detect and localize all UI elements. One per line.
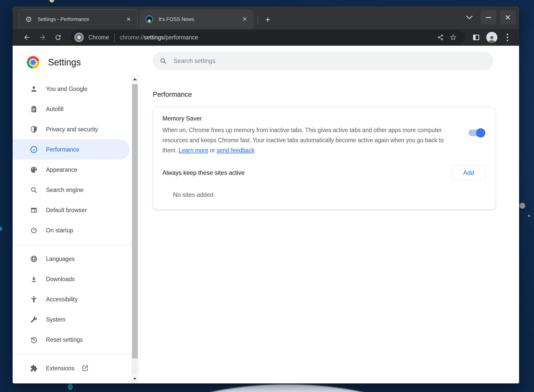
new-tab-button[interactable]: + <box>262 14 273 25</box>
sidebar-item-on-startup[interactable]: On startup <box>13 220 130 240</box>
sidebar-item-reset-settings[interactable]: Reset settings <box>13 330 130 350</box>
tab-title: Settings - Performance <box>38 16 124 22</box>
memory-saver-toggle[interactable] <box>469 130 485 136</box>
sidebar-item-accessibility[interactable]: Accessibility <box>13 289 130 309</box>
external-link-icon <box>81 364 89 372</box>
chrome-site-icon <box>74 33 84 42</box>
keep-sites-active-label: Always keep these sites active <box>162 169 245 176</box>
address-bar[interactable]: Chrome chrome://settings/performance <box>70 30 465 44</box>
site-name: Chrome <box>88 34 109 41</box>
settings-title: Settings <box>48 57 81 68</box>
no-sites-added-text: No sites added <box>173 191 485 200</box>
tab-settings-performance[interactable]: ⚙ Settings - Performance ✕ <box>19 9 138 29</box>
search-icon <box>159 57 167 65</box>
clipboard-icon <box>30 105 38 113</box>
toggle-knob <box>476 128 485 137</box>
sidebar-item-default-browser[interactable]: Default browser <box>13 200 130 220</box>
gear-favicon-icon: ⚙ <box>25 16 32 23</box>
power-icon <box>30 226 38 234</box>
settings-main: Performance Memory Saver When on, Chrome… <box>138 46 519 383</box>
chrome-logo-icon <box>27 56 39 69</box>
download-icon <box>30 275 38 283</box>
send-feedback-link[interactable]: send feedback <box>217 147 255 154</box>
accessibility-person-icon <box>30 295 38 303</box>
foss-favicon-icon <box>145 15 153 23</box>
sidebar-divider <box>13 354 131 354</box>
wallpaper-dot <box>50 0 54 3</box>
reload-button[interactable] <box>51 31 65 44</box>
sidebar-divider <box>13 244 131 245</box>
history-restore-icon <box>30 336 38 344</box>
learn-more-link[interactable]: Learn more <box>179 147 208 154</box>
side-panel-icon[interactable] <box>469 31 483 44</box>
tab-strip: ⚙ Settings - Performance ✕ It's FOSS New… <box>13 6 519 29</box>
tab-divider <box>258 15 258 23</box>
wallpaper-dot <box>68 383 73 390</box>
sidebar-item-system[interactable]: System <box>13 309 130 330</box>
sidebar-item-extensions[interactable]: Extensions <box>13 358 130 378</box>
tab-its-foss-news[interactable]: It's FOSS News ✕ <box>139 9 254 29</box>
url-text: chrome://settings/performance <box>120 34 198 41</box>
profile-avatar[interactable] <box>485 31 499 44</box>
scrollbar-down-button[interactable] <box>131 374 138 383</box>
sidebar-item-languages[interactable]: Languages <box>13 249 130 269</box>
browser-window: ⚙ Settings - Performance ✕ It's FOSS New… <box>13 6 519 383</box>
sidebar-item-appearance[interactable]: Appearance <box>13 160 130 180</box>
wrench-icon <box>30 315 38 324</box>
settings-sidebar: Settings You and Google Autofill Privacy… <box>13 46 131 383</box>
toolbar: Chrome chrome://settings/performance <box>13 29 519 46</box>
speedometer-icon <box>30 145 38 154</box>
window-close-button[interactable]: ✕ <box>500 10 516 24</box>
settings-search[interactable] <box>153 52 493 70</box>
sidebar-scrollbar[interactable] <box>131 46 138 383</box>
bookmark-star-icon[interactable] <box>447 31 459 44</box>
page-title: Performance <box>153 91 508 99</box>
browser-window-icon <box>30 206 38 214</box>
memory-saver-description: When on, Chrome frees up memory from ina… <box>162 125 458 155</box>
puzzle-icon <box>30 364 38 372</box>
omnibox-separator <box>114 33 115 42</box>
tab-close-icon[interactable]: ✕ <box>240 15 249 23</box>
performance-card: Memory Saver When on, Chrome frees up me… <box>153 107 496 210</box>
scrollbar-up-button[interactable] <box>131 75 138 84</box>
scrollbar-thumb[interactable] <box>132 84 138 358</box>
shield-icon <box>30 125 38 133</box>
wallpaper-dot <box>528 215 530 217</box>
share-icon[interactable] <box>434 31 447 44</box>
wallpaper-glow <box>140 384 433 392</box>
wallpaper-dot <box>519 203 525 209</box>
add-site-button[interactable]: Add <box>452 165 485 180</box>
minimize-button[interactable] <box>481 10 496 24</box>
search-settings-input[interactable] <box>174 57 325 64</box>
sidebar-item-privacy-and-security[interactable]: Privacy and security <box>13 119 130 139</box>
magnifier-icon <box>30 186 38 194</box>
sidebar-item-performance[interactable]: Performance <box>13 139 130 160</box>
tab-search-chevron-icon[interactable] <box>462 10 477 24</box>
memory-saver-title: Memory Saver <box>162 115 485 122</box>
back-button[interactable] <box>20 31 34 44</box>
wallpaper-dot <box>0 227 2 231</box>
settings-brand: Settings <box>13 46 131 79</box>
sidebar-item-autofill[interactable]: Autofill <box>13 99 130 119</box>
person-icon <box>30 85 38 93</box>
tab-title: It's FOSS News <box>159 16 240 22</box>
sidebar-item-search-engine[interactable]: Search engine <box>13 180 130 200</box>
sidebar-item-downloads[interactable]: Downloads <box>13 269 130 289</box>
globe-icon <box>30 255 38 263</box>
sidebar-item-you-and-google[interactable]: You and Google <box>13 79 130 99</box>
forward-button[interactable] <box>35 31 50 44</box>
tab-close-icon[interactable]: ✕ <box>124 15 133 24</box>
menu-kebab-icon[interactable] <box>500 31 515 44</box>
palette-icon <box>30 166 38 174</box>
